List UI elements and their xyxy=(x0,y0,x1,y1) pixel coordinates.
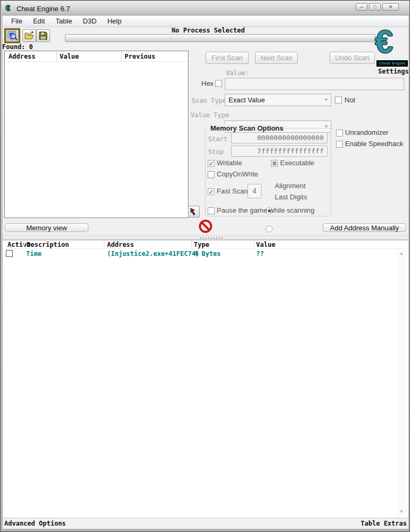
writable-label: Writable xyxy=(217,159,242,167)
table-extras-link[interactable]: Table Extras xyxy=(360,520,407,527)
hex-label: Hex xyxy=(201,79,214,87)
maximize-button[interactable]: □ xyxy=(369,3,381,11)
row-description: Time xyxy=(26,250,42,257)
splitter-grip-icon xyxy=(200,237,224,239)
menu-edit[interactable]: Edit xyxy=(28,16,50,26)
close-icon: ✕ xyxy=(389,4,393,10)
address-list-header: Active Description Address Type Value xyxy=(3,240,408,249)
not-checkbox[interactable] xyxy=(335,96,342,103)
cheat-engine-brand: Cheat Engine xyxy=(376,60,408,67)
maximize-icon: □ xyxy=(373,4,376,10)
stop-label: Stop xyxy=(208,148,224,156)
scan-results-header: Address Value Previous xyxy=(5,51,188,62)
executable-checkbox[interactable] xyxy=(271,160,278,167)
settings-link[interactable]: Settings xyxy=(378,68,409,75)
alignment-label: Alignment xyxy=(275,182,306,190)
writable-checkbox[interactable]: ✓ xyxy=(208,160,215,167)
scroll-up-icon[interactable]: ▲ xyxy=(399,251,404,256)
hex-checkbox[interactable] xyxy=(215,80,222,87)
fast-scan-label: Fast Scan xyxy=(217,187,248,195)
value-input[interactable] xyxy=(225,78,404,90)
col-description[interactable]: Description xyxy=(27,241,69,248)
found-count-label: Found: 0 xyxy=(2,43,33,51)
enable-speedhack-label: Enable Speedhack xyxy=(345,140,403,148)
unrandomizer-checkbox[interactable] xyxy=(336,130,343,136)
col-address[interactable]: Address xyxy=(9,53,36,60)
vertical-scrollbar[interactable]: ▲ ▼ xyxy=(397,249,407,515)
advanced-options-link[interactable]: Advanced Options xyxy=(4,520,66,527)
open-folder-icon xyxy=(24,31,34,40)
close-button[interactable]: ✕ xyxy=(382,3,399,11)
fast-scan-checkbox[interactable]: ✓ xyxy=(208,188,215,195)
row-type: 4 Bytes xyxy=(194,250,221,257)
chevron-down-icon: ▾ xyxy=(325,96,327,102)
cheat-engine-window: € Cheat Engine 6.7 ─ □ ✕ File Edit Table… xyxy=(0,0,410,532)
attach-arrow-icon xyxy=(190,207,198,216)
scan-type-dropdown[interactable]: Exact Value ▾ xyxy=(225,94,331,106)
scan-progress-bar xyxy=(65,34,375,42)
scan-type-label: Scan Type xyxy=(192,97,226,104)
row-address: (Injustice2.exe+41FEC74) xyxy=(107,250,199,257)
address-list[interactable]: Active Description Address Type Value Ti… xyxy=(3,240,408,518)
row-value: ?? xyxy=(256,250,264,257)
scan-results-list[interactable]: Address Value Previous xyxy=(4,51,188,218)
cheat-engine-logo: € xyxy=(375,25,393,58)
memory-scan-options-title: Memory Scan Options xyxy=(209,124,285,132)
col-previous[interactable]: Previous xyxy=(125,53,155,60)
save-table-button[interactable] xyxy=(36,29,50,42)
next-scan-button[interactable]: Next Scan xyxy=(255,52,298,64)
attach-pointer-button[interactable] xyxy=(188,206,200,217)
select-process-icon xyxy=(7,30,18,41)
table-row[interactable]: Time (Injustice2.exe+41FEC74) 4 Bytes ?? xyxy=(3,249,408,258)
row-active-checkbox[interactable] xyxy=(6,250,13,257)
window-title: Cheat Engine 6.7 xyxy=(17,5,70,13)
enable-speedhack-checkbox[interactable] xyxy=(336,141,343,148)
check-icon: ✓ xyxy=(208,160,214,167)
col-value[interactable]: Value xyxy=(256,241,275,248)
unrandomizer-label: Unrandomizer xyxy=(345,128,389,136)
not-label: Not xyxy=(345,96,355,104)
undo-scan-button[interactable]: Undo Scan xyxy=(330,52,375,64)
last-digits-radio[interactable] xyxy=(266,225,273,232)
menu-file[interactable]: File xyxy=(6,16,28,26)
pause-game-checkbox[interactable] xyxy=(208,207,215,214)
scroll-down-icon[interactable]: ▼ xyxy=(399,509,404,514)
menu-help[interactable]: Help xyxy=(102,16,127,26)
col-address[interactable]: Address xyxy=(107,241,134,248)
open-table-button[interactable] xyxy=(22,29,36,42)
add-address-manually-button[interactable]: Add Address Manually xyxy=(323,223,406,232)
last-digits-label: Last Digits xyxy=(275,193,307,201)
pause-game-label: Pause the game while scanning xyxy=(217,206,315,214)
title-bar[interactable]: € Cheat Engine 6.7 ─ □ ✕ xyxy=(2,1,409,15)
app-icon: € xyxy=(6,4,10,12)
copyonwrite-label: CopyOnWrite xyxy=(217,170,258,178)
memory-view-button[interactable]: Memory view xyxy=(5,223,88,232)
fast-scan-alignment-input[interactable]: 4 xyxy=(248,184,261,198)
scan-type-value: Exact Value xyxy=(228,96,265,104)
col-value[interactable]: Value xyxy=(60,53,79,60)
value-type-label: Value Type xyxy=(191,111,229,119)
save-floppy-icon xyxy=(39,31,47,40)
status-bar: Advanced Options Table Extras xyxy=(3,518,408,529)
start-label: Start xyxy=(208,135,227,143)
menu-d3d[interactable]: D3D xyxy=(77,16,102,26)
col-type[interactable]: Type xyxy=(194,241,209,248)
select-process-button[interactable] xyxy=(4,28,20,43)
minimize-button[interactable]: ─ xyxy=(356,3,367,11)
executable-label: Executable xyxy=(280,159,314,167)
first-scan-button[interactable]: First Scan xyxy=(206,52,249,64)
menu-bar: File Edit Table D3D Help xyxy=(3,15,408,27)
panel-splitter[interactable] xyxy=(3,235,408,240)
stop-input[interactable]: 7fffffffffffffff xyxy=(231,146,327,157)
menu-table[interactable]: Table xyxy=(50,16,77,26)
minimize-icon: ─ xyxy=(360,4,363,10)
cancel-scan-icon[interactable] xyxy=(199,219,212,233)
value-label: Value: xyxy=(226,69,249,77)
process-status-label: No Process Selected xyxy=(150,27,267,34)
start-input[interactable]: 0000000000000000 xyxy=(231,132,327,143)
check-icon: ✓ xyxy=(208,189,214,195)
copyonwrite-checkbox[interactable] xyxy=(208,171,215,178)
